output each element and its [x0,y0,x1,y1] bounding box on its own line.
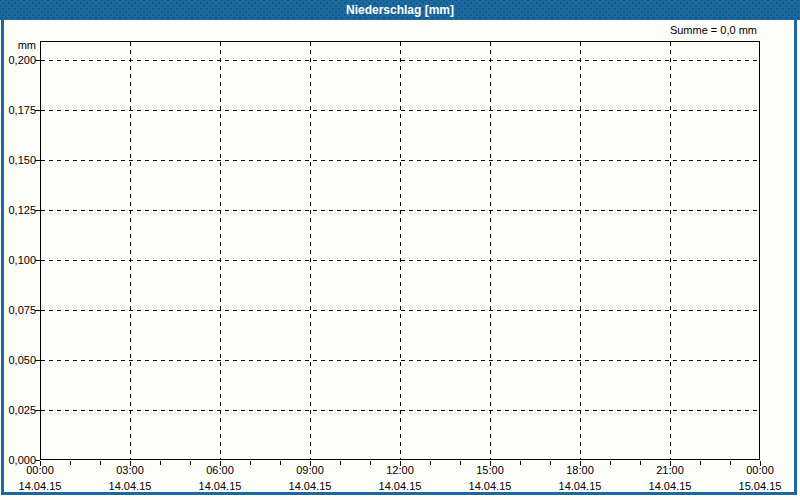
x-axis-minor-tick [70,461,71,465]
x-axis-minor-tick [340,461,341,465]
window-border-right [794,20,797,495]
y-axis-tick [35,60,40,61]
y-axis-tick [35,360,40,361]
window-title: Niederschlag [mm] [346,3,454,17]
x-axis-minor-tick [190,461,191,465]
sum-label: Summe = 0,0 mm [670,24,757,36]
y-axis-tick [35,160,40,161]
x-axis-major-tick [580,461,581,466]
y-axis-tick-label: 0,175 [0,103,36,117]
plot-area [40,41,760,460]
x-axis-minor-tick [460,461,461,465]
x-axis-minor-tick [700,461,701,465]
y-axis-tick-label: 0,100 [0,253,36,267]
y-axis-tick-label: 0,125 [0,203,36,217]
x-axis-date-label: 14.04.15 [545,480,615,492]
window-titlebar: Niederschlag [mm] [0,0,800,20]
y-axis-unit-label: mm [0,39,36,51]
x-axis-major-tick [760,461,761,466]
y-axis-tick [35,260,40,261]
x-gridline [400,42,401,459]
x-axis-major-tick [310,461,311,466]
x-axis-minor-tick [550,461,551,465]
x-axis-minor-tick [730,461,731,465]
x-axis-minor-tick [250,461,251,465]
x-axis-date-label: 14.04.15 [185,480,255,492]
x-gridline [130,42,131,459]
x-axis-minor-tick [640,461,641,465]
x-axis-minor-tick [100,461,101,465]
y-axis-tick [35,410,40,411]
x-axis-minor-tick [610,461,611,465]
x-axis-date-label: 14.04.15 [5,480,75,492]
x-axis-minor-tick [520,461,521,465]
x-axis-minor-tick [280,461,281,465]
y-axis-tick-label: 0,075 [0,303,36,317]
x-axis-major-tick [130,461,131,466]
precipitation-chart-window: Niederschlag [mm] Summe = 0,0 mm mm 0,00… [0,0,800,500]
x-axis-major-tick [490,461,491,466]
x-gridline [310,42,311,459]
x-axis-date-label: 14.04.15 [635,480,705,492]
x-axis-date-label: 14.04.15 [95,480,165,492]
x-axis-minor-tick [430,461,431,465]
y-axis-tick-label: 0,200 [0,53,36,67]
x-gridline [220,42,221,459]
x-axis-date-label: 14.04.15 [455,480,525,492]
x-axis-minor-tick [370,461,371,465]
x-axis-minor-tick [160,461,161,465]
x-axis-major-tick [400,461,401,466]
y-axis-tick-label: 0,025 [0,403,36,417]
y-axis-tick [35,210,40,211]
x-axis-date-label: 14.04.15 [275,480,345,492]
x-gridline [670,42,671,459]
x-axis-major-tick [670,461,671,466]
x-axis-major-tick [40,461,41,466]
x-axis-date-label: 15.04.15 [725,480,795,492]
x-axis-major-tick [220,461,221,466]
y-axis-tick-label: 0,150 [0,153,36,167]
x-gridline [490,42,491,459]
x-axis-date-label: 14.04.15 [365,480,435,492]
x-gridline [580,42,581,459]
window-border-bottom [1,492,797,495]
y-axis-tick-label: 0,050 [0,353,36,367]
y-axis-tick [35,110,40,111]
y-axis-tick [35,310,40,311]
